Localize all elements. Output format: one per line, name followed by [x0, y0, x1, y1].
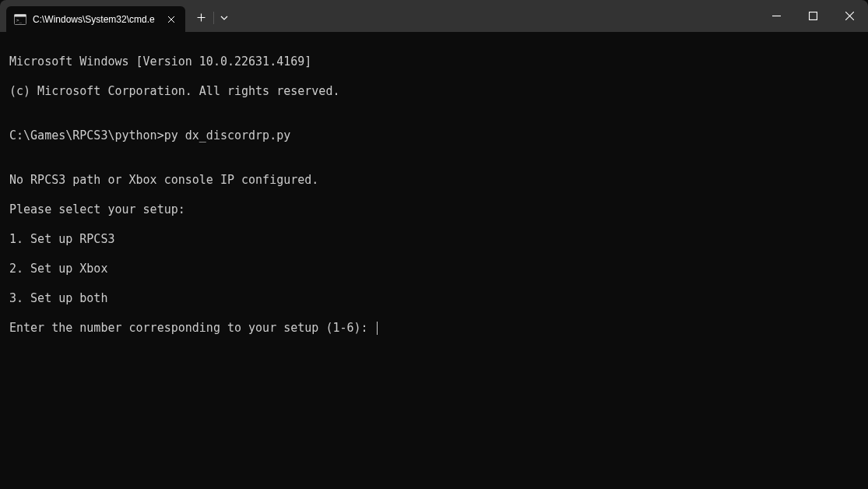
output-line: Microsoft Windows [Version 10.0.22631.41…	[9, 55, 859, 69]
output-line: No RPCS3 path or Xbox console IP configu…	[9, 173, 859, 188]
new-tab-button[interactable]	[188, 5, 213, 30]
output-line: 2. Set up Xbox	[9, 262, 859, 276]
tab-actions	[185, 0, 235, 32]
maximize-button[interactable]	[795, 0, 831, 31]
svg-text:>_: >_	[16, 17, 23, 23]
cursor	[377, 322, 378, 335]
output-line: Please select your setup:	[9, 202, 859, 217]
minimize-button[interactable]	[758, 0, 795, 31]
prompt-text: Enter the number corresponding to your s…	[9, 321, 375, 336]
output-line: 1. Set up RPCS3	[9, 232, 859, 247]
tab-active[interactable]: >_ C:\Windows\System32\cmd.e	[6, 6, 185, 32]
maximize-icon	[809, 12, 817, 20]
cmd-icon: >_	[14, 13, 26, 26]
chevron-down-icon	[220, 16, 228, 20]
titlebar: >_ C:\Windows\System32\cmd.e	[0, 0, 868, 32]
input-prompt-line: Enter the number corresponding to your s…	[9, 321, 859, 336]
window-controls	[758, 0, 868, 31]
tabs-area: >_ C:\Windows\System32\cmd.e	[0, 0, 185, 32]
close-button[interactable]	[831, 0, 868, 31]
minimize-icon	[772, 12, 781, 20]
tab-title: C:\Windows\System32\cmd.e	[33, 14, 159, 25]
close-icon	[845, 12, 854, 20]
output-line: C:\Games\RPCS3\python>py dx_discordrp.py	[9, 128, 859, 143]
svg-rect-3	[810, 12, 817, 19]
output-line: 3. Set up both	[9, 291, 859, 306]
plus-icon	[197, 13, 206, 22]
output-line: (c) Microsoft Corporation. All rights re…	[9, 84, 859, 99]
tab-close-button[interactable]	[165, 13, 177, 26]
tab-dropdown-button[interactable]	[213, 5, 235, 30]
terminal-output[interactable]: Microsoft Windows [Version 10.0.22631.41…	[0, 32, 868, 358]
